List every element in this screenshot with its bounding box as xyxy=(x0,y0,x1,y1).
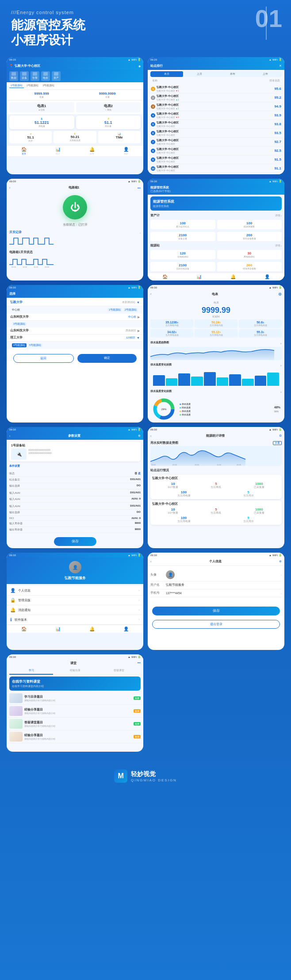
mg-6: 55.3₅ 当天用电高值 xyxy=(239,329,282,338)
statusbar-s1: 09:20 ▲WiFi🔋 xyxy=(7,57,143,62)
school-item-4[interactable]: 理工大学 123校区 ▼ 4号能源站 5号能源站 xyxy=(7,334,143,349)
course-info-3: 答疑课堂题目 课程内容简介学习资料内容介绍 xyxy=(24,721,132,727)
arrow-icon-3: › xyxy=(138,608,140,612)
save-button[interactable]: 保存 xyxy=(54,537,96,546)
tab-assets[interactable]: 资产 xyxy=(52,71,61,81)
rankings-title: 站点排行 xyxy=(150,64,163,68)
big-val-electricity: 51.1221 xyxy=(11,120,73,125)
arrow-icon-4: › xyxy=(138,618,140,622)
screen-management: 09:30 ▲WiFi🔋 能源管控系统 已选择(89个学校) 能源管控系统 能源… xyxy=(148,179,284,281)
rank-num-10: 10 xyxy=(151,166,155,171)
big-lbl-electricity: 用电量 xyxy=(11,125,73,127)
stat-total-device: 2100 设备总量 xyxy=(150,232,215,241)
mg-5: 55.12₅ 当天用电均值 xyxy=(195,329,237,338)
nav-home[interactable]: 🏠 首页 xyxy=(7,147,41,155)
station-tab-1[interactable]: 1号能源站 xyxy=(9,84,24,88)
school-item-3[interactable]: 山东科技大学 西南校区 ▶ xyxy=(7,327,143,334)
menu-admin[interactable]: 🔒 管理员版 › xyxy=(7,596,143,605)
confirm-button[interactable]: 确定 xyxy=(77,354,137,363)
menu-notification[interactable]: 🔔 消息通知 › xyxy=(7,605,143,615)
tab-data[interactable]: 数据 xyxy=(9,71,18,81)
course-item-1[interactable]: 学习目录题目 课程内容简介学习资料内容介绍 免费 xyxy=(7,692,143,705)
save-button-s10[interactable]: 保存 xyxy=(152,607,280,615)
tab-last-year[interactable]: 上年 xyxy=(249,71,282,77)
menu-version[interactable]: ℹ 软件版本 › xyxy=(7,615,143,625)
nav-home-s4[interactable]: 🏠 xyxy=(148,274,182,279)
save-button-row[interactable]: 保存 xyxy=(7,535,143,548)
station-tabs[interactable]: 1号能源站 2号能源站 3号能源站 xyxy=(7,82,143,90)
tab-qa[interactable]: 答疑课堂 xyxy=(97,667,141,675)
cancel-button[interactable]: 返回 xyxy=(13,354,74,363)
arrow-icon-2: › xyxy=(138,598,140,602)
rank-item-8: 8 弘毅大学·中心校区 弘毅大学-中心校区 92.5 xyxy=(149,146,283,155)
bottom-nav-s1[interactable]: 🏠 首页 📊 统计 🔔 告警 👤 我的 xyxy=(7,145,143,156)
stats-icon-s9: 📊 xyxy=(55,626,61,631)
station-tab-2[interactable]: 2号能源站 xyxy=(25,84,40,88)
nav-mine-s9[interactable]: 👤 xyxy=(109,626,143,631)
classroom-settings[interactable]: ••• xyxy=(138,661,141,665)
settings-icon-s10[interactable]: ⊕ xyxy=(279,560,282,563)
menu-personal-info[interactable]: 👤 个人信息 › xyxy=(7,586,143,596)
bottom-nav-s4[interactable]: 🏠 📊 🔔 👤 xyxy=(148,273,284,281)
course-item-3[interactable]: 答疑课堂题目 课程内容简介学习资料内容介绍 免费 xyxy=(7,718,143,730)
edit-avatar[interactable]: 👤 xyxy=(166,570,175,579)
selector-buttons[interactable]: 返回 确定 xyxy=(7,350,143,366)
nav-stats[interactable]: 📊 统计 xyxy=(41,147,75,155)
nav-tabs-s1[interactable]: 数据 设备 告警 电价 资产 xyxy=(7,70,143,82)
course-item-2[interactable]: 经验分享题目 课程内容简介学习资料内容介绍 收费 xyxy=(7,705,143,718)
location-label: 📍 弘毅大学·中心校区 ⊕ xyxy=(9,64,141,68)
power-button-area[interactable]: ⏻ xyxy=(7,192,143,221)
tab-price[interactable]: 电价 xyxy=(41,71,50,81)
rank-item-2: 2 弘毅大学·中心校区 弘毅大学-中心校区 ▲1 95.2 xyxy=(149,93,283,102)
nav-alarm-s9[interactable]: 🔔 xyxy=(75,626,109,631)
screen-rankings: 09:20 ▲WiFi🔋 站点排行 ✕ 本月 上月 本年 上年 名称排名信息 1… xyxy=(148,57,284,174)
course-item-4[interactable]: 经验分享题目 课程内容简介学习资料内容介绍 收费 xyxy=(7,730,143,743)
plus-icon[interactable]: ⊕ xyxy=(278,292,282,296)
tab-study[interactable]: 学习 xyxy=(9,667,53,675)
course-banner: 在线学习资料课堂 在线学习资料课堂内容介绍 xyxy=(9,676,141,691)
nav-home-s9[interactable]: 🏠 xyxy=(7,626,41,631)
rankings-close[interactable]: ✕ xyxy=(279,64,282,68)
station-tab-3[interactable]: 3号能源站 xyxy=(41,84,56,88)
topbar-s1: 📍 弘毅大学·中心校区 ⊕ xyxy=(7,62,143,70)
nav-mine-s4[interactable]: 👤 xyxy=(250,274,284,279)
school-item-1[interactable]: 弘毅大学 本部测试站 ▼ 中心校 1号能源站 2号能源站 xyxy=(7,299,143,314)
param-register: 输入寄存器 9000 xyxy=(9,521,141,527)
nav-alarm-s4[interactable]: 🔔 xyxy=(216,274,250,279)
nav-mine[interactable]: 👤 我的 xyxy=(109,147,143,155)
logout-button[interactable]: 退出登录 xyxy=(152,620,280,629)
tab-alarm[interactable]: 告警 xyxy=(31,71,39,81)
nav-stats-s9[interactable]: 📊 xyxy=(41,626,75,631)
water-label[interactable]: 水量 xyxy=(273,441,282,445)
logout-button-area[interactable]: 退出登录 xyxy=(148,618,284,631)
course-thumb-3 xyxy=(9,719,23,729)
equip-status-1: ● 在线 xyxy=(11,108,73,111)
screen-school-selector: 09:30 ▲WiFi🔋 选择 弘毅大学 本部测试站 ▼ 中心校 1号能源站 xyxy=(7,285,143,423)
bottom-nav-s9[interactable]: 🏠 📊 🔔 👤 xyxy=(7,625,143,633)
classroom-tabs[interactable]: 学习 经验分享 答疑课堂 xyxy=(7,667,143,675)
brand-logo-icon: M xyxy=(114,769,127,783)
electricity-unit: KWH xyxy=(148,315,284,318)
phone-row[interactable]: 手机号 137****4454 › xyxy=(150,589,282,597)
nav-alarm2[interactable]: 🔔 告警 xyxy=(75,147,109,155)
period-tabs[interactable]: 本月 上月 本年 上年 xyxy=(150,71,282,77)
settings-icon[interactable]: ⚙ xyxy=(279,434,282,438)
tab-last-month[interactable]: 上月 xyxy=(183,71,216,77)
small-vals: ☀ 51.1 光伏 🌡 50.21 太阳能温度 📊 TMe xyxy=(7,131,143,145)
tab-month[interactable]: 本月 xyxy=(150,71,183,77)
power-button[interactable]: ⏻ xyxy=(63,195,87,219)
screen-energy-dashboard: 09:20 ▲WiFi🔋 📍 弘毅大学·中心校区 ⊕ 数据 设备 xyxy=(7,57,143,174)
small-val-tme: 📊 TMe xyxy=(98,131,141,143)
stat-control-device: 200 管控设备数量 xyxy=(217,232,282,241)
small-val-solar-temp: 🌡 50.21 太阳能温度 xyxy=(54,131,96,143)
course-info-1: 学习目录题目 课程内容简介学习资料内容介绍 xyxy=(24,695,132,702)
statusbar-s11: 09:30 ▲WiFi🔋 xyxy=(7,654,143,659)
nav-stats-s4[interactable]: 📊 xyxy=(182,274,216,279)
avatar-row[interactable]: 头像 👤 › xyxy=(150,569,282,581)
tab-device[interactable]: 设备 xyxy=(20,71,29,81)
school-item-2[interactable]: 山东科技大学 中心校 ▶ 3号能源站 xyxy=(7,314,143,327)
tab-year[interactable]: 本年 xyxy=(216,71,249,77)
tab-experience[interactable]: 经验分享 xyxy=(53,667,97,675)
param-output-register: 输出寄存器 9000 xyxy=(9,527,141,533)
save-button-area[interactable]: 保存 xyxy=(148,600,284,618)
